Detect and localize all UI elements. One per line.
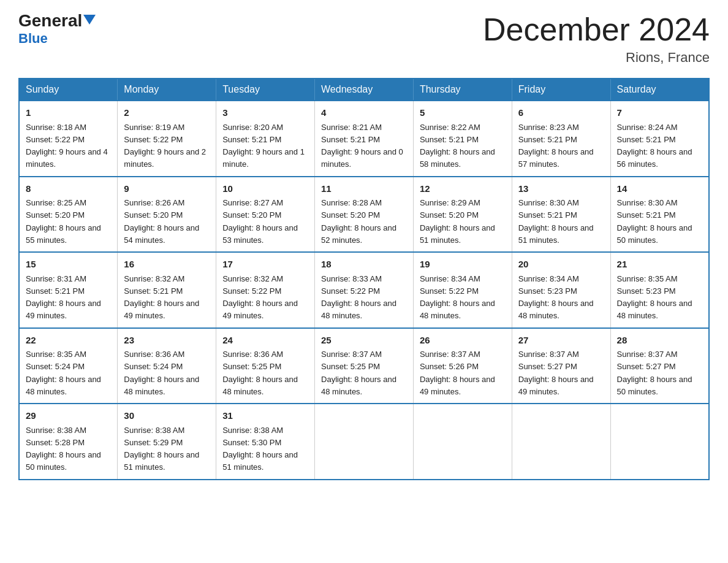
day-info: Sunrise: 8:21 AMSunset: 5:21 PMDaylight:… (321, 123, 403, 169)
calendar-cell: 26 Sunrise: 8:37 AMSunset: 5:26 PMDaylig… (413, 328, 512, 404)
day-info: Sunrise: 8:32 AMSunset: 5:22 PMDaylight:… (222, 274, 298, 321)
calendar-cell (413, 404, 512, 480)
day-info: Sunrise: 8:28 AMSunset: 5:20 PMDaylight:… (321, 198, 396, 245)
day-number: 11 (321, 182, 407, 196)
day-info: Sunrise: 8:37 AMSunset: 5:25 PMDaylight:… (321, 350, 396, 396)
calendar-cell: 30 Sunrise: 8:38 AMSunset: 5:29 PMDaylig… (118, 404, 216, 480)
day-number: 20 (518, 258, 604, 272)
day-info: Sunrise: 8:32 AMSunset: 5:21 PMDaylight:… (124, 274, 199, 321)
calendar-cell (610, 404, 709, 480)
calendar-cell: 5 Sunrise: 8:22 AMSunset: 5:21 PMDayligh… (413, 101, 512, 177)
day-number: 18 (321, 258, 407, 272)
calendar-cell: 15 Sunrise: 8:31 AMSunset: 5:21 PMDaylig… (19, 252, 118, 328)
day-info: Sunrise: 8:37 AMSunset: 5:27 PMDaylight:… (518, 350, 594, 396)
day-info: Sunrise: 8:37 AMSunset: 5:27 PMDaylight:… (617, 350, 692, 396)
day-number: 31 (222, 409, 308, 423)
day-info: Sunrise: 8:30 AMSunset: 5:21 PMDaylight:… (518, 198, 594, 245)
day-number: 19 (420, 258, 506, 272)
calendar-cell: 31 Sunrise: 8:38 AMSunset: 5:30 PMDaylig… (216, 404, 315, 480)
day-info: Sunrise: 8:25 AMSunset: 5:20 PMDaylight:… (26, 198, 101, 245)
day-info: Sunrise: 8:35 AMSunset: 5:23 PMDaylight:… (617, 274, 692, 321)
calendar-cell: 23 Sunrise: 8:36 AMSunset: 5:24 PMDaylig… (118, 328, 216, 404)
day-number: 28 (617, 334, 702, 348)
calendar-cell: 9 Sunrise: 8:26 AMSunset: 5:20 PMDayligh… (118, 177, 216, 253)
calendar-cell: 29 Sunrise: 8:38 AMSunset: 5:28 PMDaylig… (19, 404, 118, 480)
day-number: 30 (124, 409, 210, 423)
day-number: 25 (321, 334, 407, 348)
day-info: Sunrise: 8:38 AMSunset: 5:29 PMDaylight:… (124, 426, 199, 472)
calendar-cell: 6 Sunrise: 8:23 AMSunset: 5:21 PMDayligh… (512, 101, 610, 177)
calendar-cell: 2 Sunrise: 8:19 AMSunset: 5:22 PMDayligh… (118, 101, 216, 177)
calendar-week-row: 29 Sunrise: 8:38 AMSunset: 5:28 PMDaylig… (19, 404, 709, 480)
day-info: Sunrise: 8:38 AMSunset: 5:30 PMDaylight:… (222, 426, 298, 472)
day-number: 1 (26, 106, 111, 120)
day-number: 14 (617, 182, 702, 196)
calendar-week-row: 8 Sunrise: 8:25 AMSunset: 5:20 PMDayligh… (19, 177, 709, 253)
calendar-cell: 13 Sunrise: 8:30 AMSunset: 5:21 PMDaylig… (512, 177, 610, 253)
location-subtitle: Rions, France (483, 50, 710, 66)
day-number: 29 (26, 409, 111, 423)
calendar-cell (512, 404, 610, 480)
calendar-cell: 17 Sunrise: 8:32 AMSunset: 5:22 PMDaylig… (216, 252, 315, 328)
calendar-cell: 8 Sunrise: 8:25 AMSunset: 5:20 PMDayligh… (19, 177, 118, 253)
day-info: Sunrise: 8:27 AMSunset: 5:20 PMDaylight:… (222, 198, 298, 245)
day-info: Sunrise: 8:22 AMSunset: 5:21 PMDaylight:… (420, 123, 495, 169)
calendar-cell: 20 Sunrise: 8:34 AMSunset: 5:23 PMDaylig… (512, 252, 610, 328)
day-number: 2 (124, 106, 210, 120)
day-info: Sunrise: 8:34 AMSunset: 5:22 PMDaylight:… (420, 274, 495, 321)
day-number: 3 (222, 106, 308, 120)
day-number: 9 (124, 182, 210, 196)
calendar-cell (315, 404, 414, 480)
header-tuesday: Tuesday (216, 79, 315, 101)
day-number: 6 (518, 106, 604, 120)
day-number: 10 (222, 182, 308, 196)
calendar-cell: 21 Sunrise: 8:35 AMSunset: 5:23 PMDaylig… (610, 252, 709, 328)
calendar-week-row: 15 Sunrise: 8:31 AMSunset: 5:21 PMDaylig… (19, 252, 709, 328)
day-number: 26 (420, 334, 506, 348)
day-number: 23 (124, 334, 210, 348)
day-info: Sunrise: 8:24 AMSunset: 5:21 PMDaylight:… (617, 123, 692, 169)
header-saturday: Saturday (610, 79, 709, 101)
calendar-header-row: SundayMondayTuesdayWednesdayThursdayFrid… (19, 79, 709, 101)
calendar-table: SundayMondayTuesdayWednesdayThursdayFrid… (18, 78, 710, 480)
day-number: 21 (617, 258, 702, 272)
day-number: 12 (420, 182, 506, 196)
day-info: Sunrise: 8:34 AMSunset: 5:23 PMDaylight:… (518, 274, 594, 321)
calendar-week-row: 22 Sunrise: 8:35 AMSunset: 5:24 PMDaylig… (19, 328, 709, 404)
day-info: Sunrise: 8:33 AMSunset: 5:22 PMDaylight:… (321, 274, 396, 321)
day-info: Sunrise: 8:31 AMSunset: 5:21 PMDaylight:… (26, 274, 101, 321)
calendar-cell: 10 Sunrise: 8:27 AMSunset: 5:20 PMDaylig… (216, 177, 315, 253)
day-info: Sunrise: 8:23 AMSunset: 5:21 PMDaylight:… (518, 123, 594, 169)
day-info: Sunrise: 8:36 AMSunset: 5:25 PMDaylight:… (222, 350, 298, 396)
page-header: General Blue December 2024 Rions, France (18, 12, 710, 66)
header-monday: Monday (118, 79, 216, 101)
calendar-cell: 22 Sunrise: 8:35 AMSunset: 5:24 PMDaylig… (19, 328, 118, 404)
day-info: Sunrise: 8:18 AMSunset: 5:22 PMDaylight:… (26, 123, 108, 169)
header-thursday: Thursday (413, 79, 512, 101)
header-wednesday: Wednesday (315, 79, 414, 101)
day-info: Sunrise: 8:35 AMSunset: 5:24 PMDaylight:… (26, 350, 101, 396)
title-section: December 2024 Rions, France (483, 12, 710, 66)
header-sunday: Sunday (19, 79, 118, 101)
calendar-cell: 25 Sunrise: 8:37 AMSunset: 5:25 PMDaylig… (315, 328, 414, 404)
day-number: 16 (124, 258, 210, 272)
day-number: 5 (420, 106, 506, 120)
calendar-cell: 18 Sunrise: 8:33 AMSunset: 5:22 PMDaylig… (315, 252, 414, 328)
logo-triangle-icon (83, 15, 96, 25)
day-info: Sunrise: 8:37 AMSunset: 5:26 PMDaylight:… (420, 350, 495, 396)
logo-general: General (18, 12, 96, 29)
calendar-title: December 2024 (483, 12, 710, 47)
day-number: 15 (26, 258, 111, 272)
calendar-cell: 27 Sunrise: 8:37 AMSunset: 5:27 PMDaylig… (512, 328, 610, 404)
day-number: 24 (222, 334, 308, 348)
calendar-cell: 19 Sunrise: 8:34 AMSunset: 5:22 PMDaylig… (413, 252, 512, 328)
day-number: 13 (518, 182, 604, 196)
day-number: 7 (617, 106, 702, 120)
day-number: 27 (518, 334, 604, 348)
calendar-cell: 24 Sunrise: 8:36 AMSunset: 5:25 PMDaylig… (216, 328, 315, 404)
day-info: Sunrise: 8:20 AMSunset: 5:21 PMDaylight:… (222, 123, 305, 169)
day-number: 8 (26, 182, 111, 196)
logo: General Blue (18, 12, 96, 47)
day-info: Sunrise: 8:26 AMSunset: 5:20 PMDaylight:… (124, 198, 199, 245)
day-info: Sunrise: 8:19 AMSunset: 5:22 PMDaylight:… (124, 123, 206, 169)
